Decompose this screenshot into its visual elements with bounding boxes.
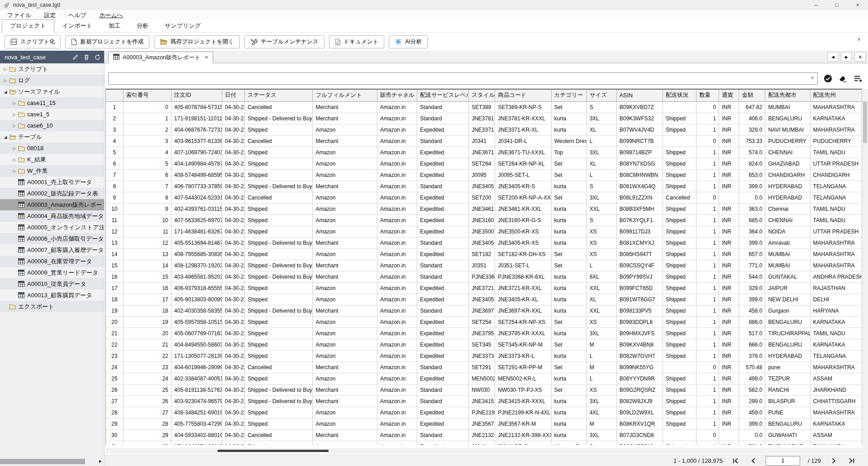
column-header[interactable]: カテゴリー xyxy=(551,90,587,101)
column-header[interactable]: 注文ID xyxy=(171,90,222,101)
scroll-right-icon[interactable]: ▶ xyxy=(99,459,102,463)
sidebar-item[interactable]: A00006_小売店舗取引データ xyxy=(0,233,104,244)
column-header[interactable]: 金額 xyxy=(739,90,765,101)
table-row[interactable]: 54407-1069790-724032004-30-22ShippedAmaz… xyxy=(106,147,862,158)
tab-close-icon[interactable]: × xyxy=(205,54,208,61)
table-row[interactable]: 2625405-8191138-517631604-30-22Shipped -… xyxy=(106,384,862,395)
sidebar-item[interactable]: ◢テーブル xyxy=(0,131,104,143)
table-row[interactable]: 1817405-9013803-800991804-30-22ShippedAm… xyxy=(106,294,862,305)
toolbar-button[interactable]: 既存プロジェクトを開く xyxy=(154,35,240,48)
sidebar-item[interactable]: A00010_従業員データ xyxy=(0,278,104,290)
table-row[interactable]: 76408-5748499-685955504-30-22ShippedAmaz… xyxy=(106,169,862,181)
expanded-arrow-icon[interactable]: ◢ xyxy=(2,90,9,94)
refresh-icon[interactable] xyxy=(95,54,100,60)
sidebar-item[interactable]: A00004_商品販売地域データ xyxy=(0,210,104,222)
column-header[interactable]: 配送先州 xyxy=(810,90,862,101)
column-header[interactable]: サイズ xyxy=(587,90,616,101)
table-row[interactable]: 87406-7807733-378594504-30-22Shipped - D… xyxy=(106,181,862,192)
sidebar-item[interactable]: A00003_Amazon販売レポート xyxy=(0,199,104,210)
ribbon-tab[interactable]: 分析 xyxy=(129,19,157,32)
table-row[interactable]: 2928405-7755803-472993504-30-22ShippedAm… xyxy=(106,418,862,429)
dropdown-chevron-icon[interactable]: ∨ xyxy=(811,75,814,81)
collapsed-arrow-icon[interactable]: ▷ xyxy=(11,124,18,128)
sidebar-item[interactable]: ▷スクリプト xyxy=(0,63,104,75)
toolbar-button[interactable]: スクリプト化 xyxy=(5,35,61,48)
sidebar-item[interactable]: ▷case11_15 xyxy=(0,97,104,109)
table-row[interactable]: 32404-0687676-727314604-30-22ShippedAmaz… xyxy=(106,124,862,135)
maximize-icon[interactable]: □ xyxy=(826,0,847,10)
last-page-icon[interactable] xyxy=(846,456,856,465)
ribbon-tab[interactable]: プロジェクト xyxy=(2,19,54,33)
apply-check-icon[interactable] xyxy=(824,74,832,83)
prev-page-icon[interactable] xyxy=(748,456,758,465)
column-header[interactable]: フルフィルメント xyxy=(313,90,377,101)
menu-item[interactable]: ヘルプ xyxy=(62,10,93,20)
toolbar-button[interactable]: テーブルメンテナンス xyxy=(244,35,324,48)
table-row[interactable]: 2221404-8494550-586032504-30-22ShippedAm… xyxy=(106,339,862,350)
column-header[interactable]: 販売チャネル xyxy=(377,90,417,101)
first-page-icon[interactable] xyxy=(730,456,740,465)
scrollbar-thumb[interactable] xyxy=(863,101,867,143)
toolbar-button[interactable]: AI分析 xyxy=(389,35,428,48)
column-header[interactable]: 商品コード xyxy=(495,90,551,101)
collapsed-arrow-icon[interactable]: ▷ xyxy=(2,67,9,71)
expanded-arrow-icon[interactable]: ◢ xyxy=(2,135,9,139)
table-row[interactable]: 2423404-6019946-290994804-30-22Cancelled… xyxy=(106,361,862,373)
table-row[interactable]: 1110407-5633625-697074104-30-22ShippedAm… xyxy=(106,214,862,226)
column-header[interactable]: 配送状況 xyxy=(663,90,696,101)
ribbon-tab[interactable]: サンプリング xyxy=(157,19,209,32)
column-header[interactable]: 索引番号 xyxy=(123,90,171,101)
sidebar-item[interactable]: A00001_売上取引データ xyxy=(0,176,104,188)
table-row[interactable]: 1615403-4965581-952031904-30-22Shipped -… xyxy=(106,271,862,282)
table-row[interactable]: 2827408-3484251-690195904-30-22ShippedAm… xyxy=(106,407,862,418)
menu-item[interactable]: ホームへ xyxy=(93,10,129,20)
collapsed-arrow-icon[interactable]: ▷ xyxy=(2,78,9,83)
edit-pencil-icon[interactable] xyxy=(72,54,78,60)
close-icon[interactable]: × xyxy=(847,0,868,10)
sidebar-item[interactable]: エクスポート xyxy=(0,301,104,312)
sidebar-item[interactable]: ▷ログ xyxy=(0,75,104,86)
collapse-toolbar-icon[interactable]: ∧ xyxy=(857,36,861,42)
sidebar-item[interactable]: A00013_顧客購買データ xyxy=(0,290,104,301)
ribbon-tab[interactable]: インポート xyxy=(54,19,100,32)
sidebar-item[interactable]: A00005_オンラインストア注文データ xyxy=(0,222,104,233)
toolbar-button[interactable]: 新規プロジェクトを作成 xyxy=(65,35,149,48)
table-row[interactable]: 65404-1490984-457876504-30-22ShippedAmaz… xyxy=(106,158,862,169)
next-page-icon[interactable] xyxy=(829,456,839,465)
table-row[interactable]: 43403-9615377-813395104-30-22CancelledMe… xyxy=(106,135,862,147)
menu-item[interactable]: 設定 xyxy=(38,10,62,20)
sidebar-horizontal-scrollbar[interactable]: ▶ xyxy=(0,458,104,465)
table-row[interactable]: 1211171-4638481-632671604-30-22ShippedAm… xyxy=(106,226,862,237)
sidebar-item[interactable]: ▷W_作業 xyxy=(0,165,104,176)
table-row[interactable]: 2524402-3384087-400516404-30-22ShippedAm… xyxy=(106,373,862,384)
sidebar-item[interactable]: A00002_販売記録データ表 xyxy=(0,188,104,199)
column-header[interactable]: 配送サービスレベル xyxy=(417,90,468,101)
minimize-icon[interactable]: – xyxy=(806,0,826,10)
collapsed-arrow-icon[interactable]: ▷ xyxy=(11,169,18,173)
column-header[interactable]: 数量 xyxy=(696,90,719,101)
column-header[interactable]: ASIN xyxy=(616,90,663,101)
sidebar-item[interactable]: A00009_営業リードデータ xyxy=(0,267,104,278)
table-row[interactable]: 2726403-9230474-965791604-30-22Shipped -… xyxy=(106,395,862,407)
table-row[interactable]: 109402-4393761-031152004-30-22ShippedAma… xyxy=(106,203,862,214)
toolbar-button[interactable]: ドキュメント xyxy=(329,35,385,48)
table-row[interactable]: 1413408-7955685-308353404-30-22ShippedAm… xyxy=(106,248,862,260)
sidebar-item[interactable]: ▷case1_5 xyxy=(0,109,104,120)
table-row[interactable]: 2019405-5957858-105154604-30-22ShippedAm… xyxy=(106,316,862,328)
column-header[interactable]: 日付 xyxy=(222,90,245,101)
document-tab[interactable]: A00003_Amazon販売レポート × xyxy=(108,52,213,63)
table-row[interactable]: 10405-8078784-573154504-30-22CancelledMe… xyxy=(106,101,862,113)
table-row[interactable]: 1312405-5513694-814676804-30-22Shipped -… xyxy=(106,237,862,248)
column-header[interactable]: 配送先都市 xyxy=(765,90,810,101)
delete-trash-icon[interactable] xyxy=(84,54,89,60)
collapsed-arrow-icon[interactable]: ▷ xyxy=(11,146,18,151)
tab-bar-close-icon[interactable]: × xyxy=(854,52,866,62)
table-row[interactable]: 2322171-1305077-281393404-30-22ShippedAm… xyxy=(106,350,862,361)
collapsed-arrow-icon[interactable]: ▷ xyxy=(11,101,18,105)
tab-next-icon[interactable]: ▶ xyxy=(841,52,852,62)
table-row[interactable]: 1716406-9379318-655550404-30-22ShippedAm… xyxy=(106,282,862,294)
eraser-icon[interactable] xyxy=(839,75,847,82)
page-number-input[interactable] xyxy=(766,456,800,466)
sidebar-item[interactable]: ▷K_結果 xyxy=(0,154,104,165)
column-header[interactable]: 通貨 xyxy=(719,90,739,101)
